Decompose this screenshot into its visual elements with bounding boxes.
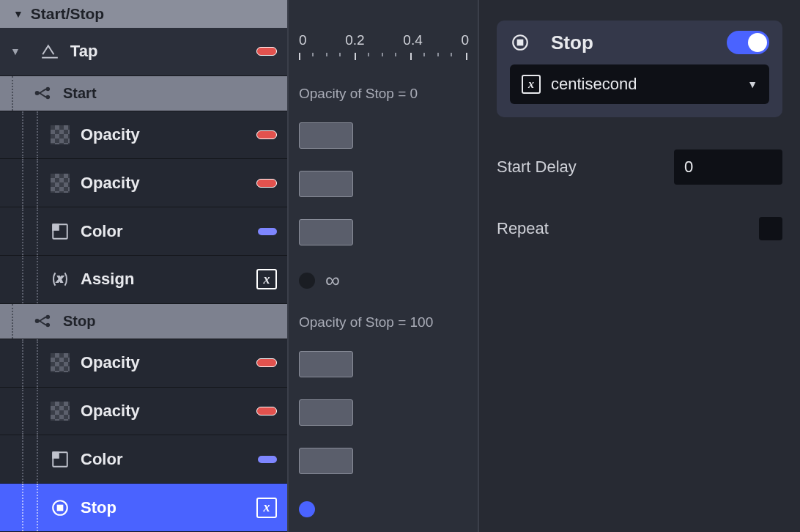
keyframe-chip[interactable] — [299, 171, 353, 197]
timeline-stop-row[interactable] — [289, 485, 478, 532]
swatch-icon — [258, 228, 277, 235]
ruler-tick-label: 0 — [461, 32, 469, 48]
svg-point-2 — [47, 88, 50, 91]
svg-rect-5 — [53, 224, 59, 230]
tree-branch-label: Start — [63, 85, 277, 102]
tree-item-label: Color — [81, 450, 258, 469]
variable-badge-icon: x — [256, 269, 277, 289]
branch-icon — [32, 83, 53, 103]
tap-gesture-icon — [40, 41, 60, 62]
svg-text:x: x — [56, 273, 64, 285]
dropdown-value: centisecond — [551, 75, 737, 94]
timeline-section-text: Opacity of Stop = 0 — [299, 86, 418, 102]
color-icon — [50, 221, 70, 242]
svg-rect-11 — [53, 452, 59, 458]
keyframe-chip[interactable] — [299, 448, 353, 474]
timeline-section-label: Opacity of Stop = 0 — [289, 76, 478, 111]
panel-header[interactable]: ▼ Start/Stop — [0, 0, 287, 28]
swatch-icon — [256, 407, 277, 415]
ruler-tick-label: 0.2 — [345, 32, 364, 48]
swatch-icon — [256, 130, 277, 139]
tree-item-color[interactable]: Color — [0, 207, 287, 256]
tree-item-label: Color — [81, 222, 258, 241]
timeline-panel: 0 0.2 0.4 0 Opacity o — [289, 0, 479, 532]
svg-point-8 — [47, 316, 50, 319]
stop-icon — [510, 32, 530, 53]
timeline-keyframe-row[interactable] — [289, 388, 478, 437]
timeline-keyframe-row[interactable] — [289, 340, 478, 388]
variable-icon: x — [522, 75, 541, 94]
keyframe-chip[interactable] — [299, 122, 353, 149]
svg-point-7 — [36, 319, 39, 322]
tree-item-assign[interactable]: x Assign x — [0, 256, 287, 304]
tree-item-opacity[interactable]: Opacity — [0, 159, 287, 207]
tree-branch-label: Stop — [63, 313, 277, 330]
variable-dropdown[interactable]: x centisecond ▼ — [510, 64, 769, 104]
repeat-checkbox[interactable] — [759, 217, 782, 240]
enable-toggle[interactable] — [727, 31, 769, 54]
branch-icon — [32, 311, 53, 331]
color-icon — [50, 449, 70, 470]
timeline-assign-row[interactable]: ∞ — [289, 256, 478, 305]
tree-item-opacity[interactable]: Opacity — [0, 111, 287, 160]
panel-title: Start/Stop — [31, 5, 104, 23]
property-start-delay: Start Delay 0 — [497, 149, 782, 185]
tree-guide — [10, 388, 50, 435]
tree-branch-start[interactable]: Start — [0, 76, 287, 111]
ruler-tick-label: 0.4 — [403, 32, 422, 48]
tree-guide — [10, 256, 50, 303]
timeline-keyframe-row[interactable] — [289, 111, 478, 160]
variable-icon: x — [50, 269, 70, 289]
start-delay-input[interactable]: 0 — [674, 149, 782, 185]
keyframe-chip[interactable] — [299, 351, 353, 377]
keyframe-dot-icon[interactable] — [299, 273, 315, 289]
tree-item-label: Opacity — [81, 353, 256, 372]
timeline-section-label: Opacity of Stop = 100 — [289, 305, 478, 340]
tree-panel: ▼ Start/Stop ▼ Tap Start — [0, 0, 289, 532]
tree-guide — [10, 207, 50, 255]
timeline-keyframe-row[interactable] — [289, 208, 478, 256]
tree-item-label: Assign — [81, 270, 256, 289]
inspector-title: Stop — [551, 32, 716, 54]
tree-branch-stop[interactable]: Stop — [0, 304, 287, 339]
opacity-icon — [50, 352, 70, 373]
tree-item-label: Opacity — [81, 174, 256, 193]
opacity-icon — [50, 173, 70, 193]
timeline-keyframe-row[interactable] — [289, 437, 478, 485]
swatch-icon — [256, 179, 277, 188]
tree-guide — [10, 484, 50, 531]
tree-item-label: Stop — [81, 498, 256, 517]
variable-badge-icon: x — [256, 498, 277, 518]
svg-rect-13 — [58, 505, 63, 510]
keyframe-chip[interactable] — [299, 399, 353, 426]
opacity-icon — [50, 125, 70, 145]
tree-guide — [10, 159, 50, 207]
swatch-icon — [256, 358, 277, 367]
property-repeat: Repeat — [497, 217, 782, 240]
chevron-down-icon: ▼ — [747, 78, 758, 90]
timeline-keyframe-row[interactable] — [289, 160, 478, 208]
caret-down-icon: ▼ — [13, 8, 23, 20]
swatch-icon — [256, 47, 277, 56]
tree-item-opacity[interactable]: Opacity — [0, 339, 287, 388]
ruler-tick-label: 0 — [299, 32, 307, 48]
tree-item-label: Tap — [70, 42, 256, 61]
timeline-section-text: Opacity of Stop = 100 — [299, 314, 433, 330]
tree-item-label: Opacity — [81, 402, 256, 421]
tree-item-label: Opacity — [81, 125, 256, 144]
tree-guide — [10, 339, 50, 387]
inspector-panel: Stop x centisecond ▼ Start Delay 0 Repea… — [479, 0, 800, 532]
tree-item-opacity[interactable]: Opacity — [0, 388, 287, 436]
opacity-icon — [50, 401, 70, 421]
tree-item-color[interactable]: Color — [0, 435, 287, 484]
property-label: Repeat — [497, 219, 759, 238]
keyframe-dot-icon[interactable] — [299, 501, 315, 517]
keyframe-chip[interactable] — [299, 219, 353, 245]
timeline-ruler[interactable]: 0 0.2 0.4 0 — [289, 28, 478, 76]
tree-item-tap[interactable]: ▼ Tap — [0, 28, 287, 76]
tree-guide — [10, 111, 50, 159]
inspector-card: Stop x centisecond ▼ — [497, 21, 782, 117]
tree-item-stop[interactable]: Stop x — [0, 484, 287, 532]
svg-point-3 — [47, 96, 50, 99]
stop-icon — [50, 498, 70, 518]
